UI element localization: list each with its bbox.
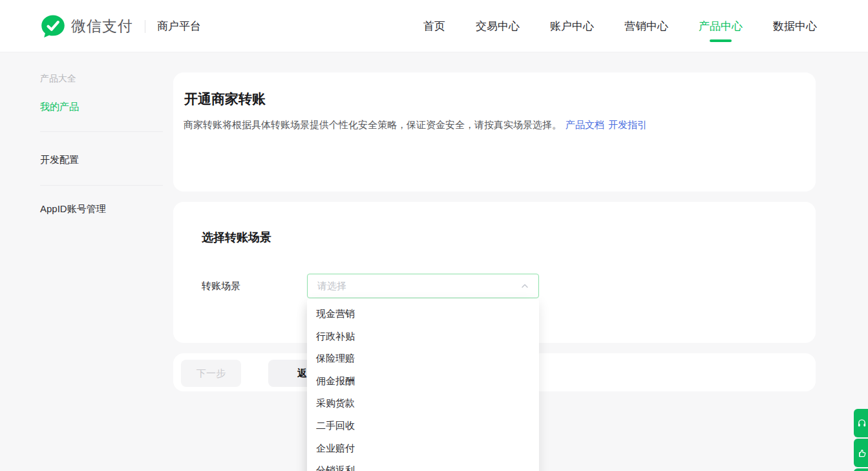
nav-item-account[interactable]: 账户中心 (550, 0, 594, 52)
sidebar-divider (40, 131, 163, 132)
dropdown-option-cash-marketing[interactable]: 现金营销 (307, 303, 539, 325)
dropdown-option-secondhand-recycle[interactable]: 二手回收 (307, 415, 539, 437)
nav-item-data[interactable]: 数据中心 (773, 0, 817, 52)
top-header: 微信支付 商户平台 首页 交易中心 账户中心 营销中心 产品中心 数据中心 (0, 0, 868, 52)
dropdown-option-commission[interactable]: 佣金报酬 (307, 370, 539, 393)
nav-item-products[interactable]: 产品中心 (699, 0, 743, 52)
dev-guide-link[interactable]: 开发指引 (608, 119, 647, 130)
page-title: 开通商家转账 (184, 90, 266, 108)
select-placeholder: 请选择 (317, 280, 520, 292)
sidebar-divider (40, 185, 163, 186)
scenario-dropdown-panel: 现金营销 行政补贴 保险理赔 佣金报酬 采购货款 二手回收 企业赔付 分销返利 (307, 299, 539, 471)
transfer-scenario-label: 转账场景 (202, 280, 240, 292)
brand-name: 微信支付 (71, 16, 133, 36)
next-step-button[interactable]: 下一步 (181, 360, 241, 387)
dropdown-option-procurement[interactable]: 采购货款 (307, 392, 539, 415)
dropdown-option-insurance-claim[interactable]: 保险理赔 (307, 347, 539, 370)
floating-tab-feedback[interactable] (854, 439, 868, 467)
thumbs-up-icon (857, 448, 867, 458)
intro-description-text: 商家转账将根据具体转账场景提供个性化安全策略，保证资金安全，请按真实场景选择。 (184, 119, 562, 130)
nav-item-transactions[interactable]: 交易中心 (476, 0, 520, 52)
sidebar-item-dev-config[interactable]: 开发配置 (40, 154, 79, 166)
transfer-scenario-select[interactable]: 请选择 (307, 274, 539, 298)
wechat-pay-logo-icon (40, 14, 66, 39)
intro-description: 商家转账将根据具体转账场景提供个性化安全策略，保证资金安全，请按真实场景选择。产… (184, 119, 647, 131)
form-heading: 选择转账场景 (202, 230, 271, 245)
brand-area: 微信支付 商户平台 (40, 0, 201, 52)
sidebar-item-appid-management[interactable]: AppID账号管理 (40, 203, 106, 215)
nav-item-products-label: 产品中心 (699, 19, 743, 34)
nav-item-marketing[interactable]: 营销中心 (624, 0, 668, 52)
floating-tab-customer-service[interactable] (854, 409, 868, 437)
nav-item-home[interactable]: 首页 (423, 0, 445, 52)
sidebar-section-all-products[interactable]: 产品大全 (40, 73, 76, 85)
intro-card: 开通商家转账 商家转账将根据具体转账场景提供个性化安全策略，保证资金安全，请按真… (173, 72, 816, 192)
dropdown-option-enterprise-compensation[interactable]: 企业赔付 (307, 437, 539, 460)
sidebar-item-my-products[interactable]: 我的产品 (40, 101, 79, 113)
product-doc-link[interactable]: 产品文档 (566, 119, 604, 130)
customer-service-icon (857, 419, 867, 428)
dropdown-option-admin-subsidy[interactable]: 行政补贴 (307, 325, 539, 348)
dropdown-option-distribution-rebate[interactable]: 分销返利 (307, 459, 539, 471)
portal-name: 商户平台 (157, 19, 201, 34)
active-nav-underline (710, 39, 732, 42)
main-nav: 首页 交易中心 账户中心 营销中心 产品中心 数据中心 (423, 0, 817, 52)
floating-tab-document[interactable] (854, 468, 868, 471)
brand-separator (145, 20, 145, 33)
chevron-up-icon (520, 281, 529, 290)
